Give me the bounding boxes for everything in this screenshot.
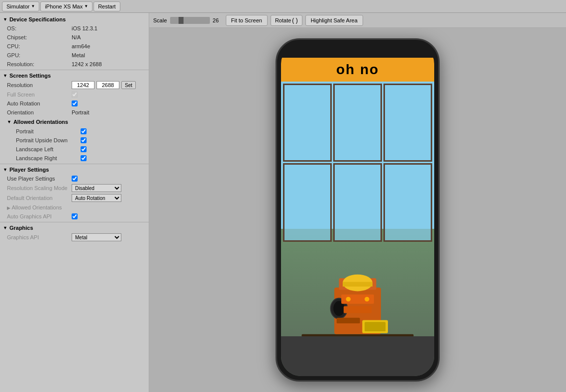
game-scene — [281, 82, 434, 376]
landscape-left-label: Landscape Left — [16, 146, 81, 152]
portrait-checkbox[interactable] — [81, 128, 87, 134]
device-specs-triangle: ▼ — [3, 17, 7, 22]
player-settings-section-header[interactable]: ▼ Player Settings — [0, 165, 149, 174]
restart-btn[interactable]: Restart — [94, 1, 120, 11]
chipset-label: Chipset: — [7, 34, 72, 40]
gpu-label: GPU: — [7, 52, 72, 58]
portrait-upside-down-checkbox[interactable] — [81, 137, 87, 143]
landscape-right-checkbox[interactable] — [81, 155, 87, 161]
landscape-left-checkbox-wrap — [81, 146, 87, 152]
divider-1 — [0, 70, 149, 70]
game-content: oh no — [281, 44, 434, 376]
portrait-upside-down-checkbox-wrap — [81, 137, 87, 143]
device-dropdown-arrow: ▼ — [84, 4, 88, 8]
auto-graphics-api-label: Auto Graphics API — [7, 213, 72, 219]
res-height-input[interactable] — [96, 81, 119, 89]
allowed-orientations-subheader[interactable]: ▼ Allowed Orientations — [7, 118, 68, 126]
resolution-scaling-row: Resolution Scaling Mode Disabled — [0, 183, 149, 193]
res-width-input[interactable] — [72, 81, 94, 89]
phone-frame: oh no — [276, 38, 440, 382]
use-player-settings-checkbox[interactable] — [72, 176, 78, 182]
rotate-label: Rotate — [275, 17, 291, 23]
restart-label: Restart — [98, 3, 115, 9]
divider-2 — [0, 164, 149, 164]
rotate-btn[interactable]: Rotate ( ) — [271, 15, 302, 26]
screen-settings-label: Screen Settings — [9, 73, 51, 79]
orientation-label: Orientation — [7, 109, 72, 115]
svg-rect-19 — [337, 318, 360, 323]
full-screen-checkbox[interactable] — [72, 92, 78, 98]
os-row: OS: iOS 12.3.1 — [0, 24, 149, 33]
orientation-row: Orientation Portrait — [0, 108, 149, 117]
simulator-label: Simulator — [6, 3, 29, 9]
svg-rect-14 — [344, 306, 372, 313]
gpu-row: GPU: Metal — [0, 51, 149, 60]
allowed-orientations-2-label: ▶ Allowed Orientations — [7, 204, 72, 210]
scale-slider[interactable] — [170, 17, 210, 24]
device-resolution-label: Resolution: — [7, 61, 72, 67]
right-panel: Scale 26 Fit to Screen Rotate ( ) Highli… — [149, 13, 566, 392]
allowed-orientations-label: Allowed Orientations — [13, 119, 68, 125]
landscape-left-checkbox[interactable] — [81, 146, 87, 152]
player-settings-triangle: ▼ — [3, 167, 7, 172]
simulator-dropdown-arrow: ▼ — [31, 4, 35, 8]
portrait-upside-down-row: Portrait Upside Down — [0, 136, 149, 145]
phone-screen: oh no — [281, 44, 434, 376]
svg-point-17 — [346, 297, 351, 301]
landscape-right-checkbox-wrap — [81, 155, 87, 161]
landscape-right-row: Landscape Right — [0, 154, 149, 163]
default-orientation-select[interactable]: Auto Rotation — [72, 194, 121, 202]
main-layout: ▼ Device Specifications OS: iOS 12.3.1 C… — [0, 13, 566, 392]
os-value: iOS 12.3.1 — [72, 25, 145, 31]
fit-to-screen-btn[interactable]: Fit to Screen — [226, 15, 268, 26]
highlight-safe-area-btn[interactable]: Highlight Safe Area — [305, 15, 363, 26]
chipset-row: Chipset: N/A — [0, 33, 149, 42]
default-orientation-row: Default Orientation Auto Rotation — [0, 193, 149, 203]
graphics-api-label: Graphics API — [7, 234, 72, 240]
device-label: iPhone XS Max — [45, 3, 83, 9]
portrait-label: Portrait — [16, 128, 81, 134]
device-dropdown-btn[interactable]: iPhone XS Max ▼ — [40, 1, 93, 11]
window-pane-1 — [283, 84, 332, 162]
game-header-text: oh no — [336, 62, 379, 77]
os-label: OS: — [7, 25, 72, 31]
portrait-checkbox-wrap — [81, 128, 87, 134]
screen-settings-triangle: ▼ — [3, 73, 7, 78]
scale-value: 26 — [213, 17, 223, 23]
allowed-orientations-row: ▼ Allowed Orientations — [0, 117, 149, 127]
resolution-field-label: Resolution — [7, 82, 72, 88]
left-panel: ▼ Device Specifications OS: iOS 12.3.1 C… — [0, 13, 149, 392]
top-bar: Simulator ▼ iPhone XS Max ▼ Restart — [0, 0, 566, 13]
chipset-value: N/A — [72, 34, 145, 40]
resolution-row: Resolution Set — [0, 80, 149, 90]
rotate-icon: ( ) — [292, 17, 297, 24]
device-specs-label: Device Specifications — [9, 16, 66, 22]
resolution-scaling-label: Resolution Scaling Mode — [7, 185, 72, 191]
cpu-row: CPU: arm64e — [0, 42, 149, 51]
graphics-section-header[interactable]: ▼ Graphics — [0, 223, 149, 232]
player-settings-label: Player Settings — [9, 167, 49, 173]
gpu-value: Metal — [72, 52, 145, 58]
scale-label: Scale — [153, 17, 167, 23]
device-specs-section-header[interactable]: ▼ Device Specifications — [0, 15, 149, 24]
cpu-value: arm64e — [72, 43, 145, 49]
auto-rotation-label: Auto Rotation — [7, 100, 72, 106]
auto-graphics-api-checkbox-wrap — [72, 213, 78, 219]
resolution-inputs: Set — [72, 81, 136, 89]
graphics-triangle: ▼ — [3, 225, 7, 230]
window-pane-3 — [383, 84, 432, 162]
auto-rotation-checkbox[interactable] — [72, 100, 78, 106]
resolution-scaling-select[interactable]: Disabled — [72, 184, 121, 192]
auto-rotation-checkbox-wrap — [72, 100, 78, 106]
graphics-api-select[interactable]: Metal — [72, 233, 121, 241]
auto-rotation-row: Auto Rotation — [0, 99, 149, 108]
full-screen-row: Full Screen — [0, 90, 149, 99]
set-resolution-btn[interactable]: Set — [121, 81, 136, 89]
auto-graphics-api-checkbox[interactable] — [72, 213, 78, 219]
device-resolution-value: 1242 x 2688 — [72, 61, 145, 67]
phone-notch — [325, 40, 390, 54]
cpu-label: CPU: — [7, 43, 72, 49]
game-header-bar: oh no — [281, 58, 434, 82]
simulator-dropdown-btn[interactable]: Simulator ▼ — [2, 1, 39, 11]
screen-settings-section-header[interactable]: ▼ Screen Settings — [0, 71, 149, 80]
